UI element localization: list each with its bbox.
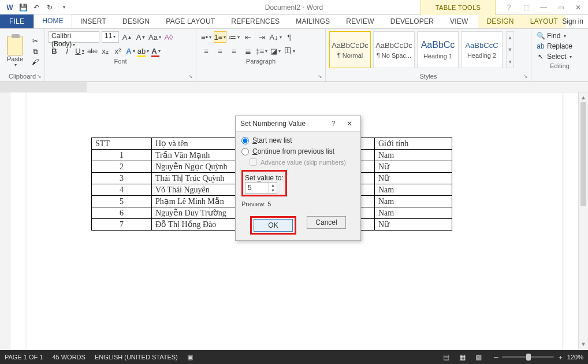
line-spacing-icon[interactable]: ‡≡ <box>255 45 268 57</box>
select-button[interactable]: ↖Select <box>535 52 585 61</box>
qat-customize-icon[interactable] <box>60 1 67 14</box>
tab-review[interactable]: REVIEW <box>338 15 382 28</box>
align-right-icon[interactable]: ≡ <box>228 45 240 57</box>
text-effects-icon[interactable]: A <box>125 45 136 57</box>
grow-font-icon[interactable]: A▲ <box>121 31 133 43</box>
align-left-icon[interactable]: ≡ <box>200 45 213 57</box>
tab-file[interactable]: FILE <box>0 14 34 28</box>
font-size-combo[interactable]: 11 <box>102 31 119 43</box>
tab-home[interactable]: HOME <box>34 14 72 28</box>
tab-page-layout[interactable]: PAGE LAYOUT <box>158 15 223 28</box>
save-icon[interactable]: 💾 <box>17 1 29 14</box>
col-stt-header[interactable]: STT <box>92 138 152 150</box>
view-read-icon[interactable]: ▤ <box>440 352 452 362</box>
tab-references[interactable]: REFERENCES <box>223 15 288 28</box>
strikethrough-button[interactable]: abc <box>87 45 98 57</box>
dialog-help-icon[interactable]: ? <box>327 120 340 128</box>
subscript-button[interactable]: x₂ <box>99 45 111 57</box>
font-color-icon[interactable]: A <box>150 45 162 57</box>
tab-developer[interactable]: DEVELOPER <box>382 15 442 28</box>
zoom-slider[interactable] <box>502 356 554 358</box>
radio-continue-list-input[interactable] <box>241 148 249 155</box>
styles-launcher-icon[interactable]: ↘ <box>522 73 530 80</box>
sign-in-link[interactable]: Sign in <box>562 17 583 25</box>
find-button[interactable]: 🔍Find <box>535 31 585 40</box>
set-value-field[interactable]: 5 <box>245 184 269 192</box>
font-name-combo[interactable]: Calibri (Body) <box>49 31 99 43</box>
zoom-in-icon[interactable]: ＋ <box>557 353 564 362</box>
col-sex-header[interactable]: Giới tính <box>375 138 452 150</box>
status-words[interactable]: 45 WORDS <box>52 354 85 361</box>
help-icon[interactable]: ? <box>501 0 516 15</box>
style-heading1[interactable]: AaBbCc Heading 1 <box>417 31 459 68</box>
styles-more-icon[interactable]: ▾ <box>507 55 513 68</box>
vertical-scrollbar[interactable]: ▲ ▼ <box>578 92 588 349</box>
style-no-spacing[interactable]: AaBbCcDc ¶ No Spac... <box>373 31 415 68</box>
shading-icon[interactable]: ◪ <box>269 45 282 57</box>
radio-start-new-list[interactable]: Start new list <box>241 136 355 144</box>
increase-indent-icon[interactable]: ⇥ <box>255 31 268 43</box>
close-icon[interactable]: ✕ <box>571 0 586 15</box>
spinner-up-icon[interactable]: ▲ <box>269 183 277 188</box>
horizontal-ruler[interactable] <box>0 82 588 92</box>
dialog-titlebar[interactable]: Set Numbering Value ? ✕ <box>236 116 360 132</box>
tab-table-layout[interactable]: LAYOUT <box>522 15 566 28</box>
minimize-icon[interactable]: — <box>536 0 551 15</box>
change-case-icon[interactable]: Aa <box>149 31 161 43</box>
zoom-out-icon[interactable]: ─ <box>494 354 498 361</box>
shrink-font-icon[interactable]: A▼ <box>135 31 147 43</box>
align-center-icon[interactable]: ≡ <box>214 45 226 57</box>
borders-icon[interactable]: 田 <box>283 45 296 57</box>
vertical-ruler[interactable] <box>0 92 10 349</box>
bullets-icon[interactable]: ≡• <box>200 31 213 43</box>
justify-icon[interactable]: ≣ <box>241 45 254 57</box>
scroll-up-icon[interactable]: ▲ <box>579 92 588 102</box>
decrease-indent-icon[interactable]: ⇤ <box>241 31 254 43</box>
styles-scroll-down-icon[interactable]: ▼ <box>507 44 513 56</box>
font-launcher-icon[interactable]: ↘ <box>187 73 195 80</box>
repeat-icon[interactable]: ↻ <box>43 1 56 14</box>
dialog-close-icon[interactable]: ✕ <box>343 120 356 128</box>
tab-insert[interactable]: INSERT <box>72 15 114 28</box>
numbering-icon[interactable]: 1≡ <box>214 31 226 43</box>
cancel-button[interactable]: Cancel <box>307 216 346 229</box>
style-normal[interactable]: AaBbCcDc ¶ Normal <box>329 31 371 68</box>
undo-icon[interactable]: ↶ <box>30 1 43 14</box>
tab-mailings[interactable]: MAILINGS <box>288 15 338 28</box>
scroll-thumb[interactable] <box>580 102 586 206</box>
show-marks-icon[interactable]: ¶ <box>283 31 296 43</box>
highlight-color-icon[interactable]: ab <box>137 45 149 57</box>
zoom-slider-thumb[interactable] <box>526 354 531 361</box>
sort-icon[interactable]: A↓ <box>269 31 282 43</box>
ok-button[interactable]: OK <box>254 219 293 232</box>
paste-button[interactable]: Paste <box>3 35 27 69</box>
ribbon-display-options-icon[interactable]: ⬚ <box>519 0 534 15</box>
replace-button[interactable]: abReplace <box>535 42 585 51</box>
copy-icon[interactable]: ⧉ <box>30 47 40 56</box>
radio-start-new-list-input[interactable] <box>241 137 249 144</box>
app-icon[interactable]: W <box>3 1 16 14</box>
tab-view[interactable]: VIEW <box>442 15 476 28</box>
clipboard-launcher-icon[interactable]: ↘ <box>35 73 43 80</box>
view-print-icon[interactable]: ▦ <box>456 352 468 362</box>
scroll-down-icon[interactable]: ▼ <box>579 339 588 349</box>
clear-formatting-icon[interactable]: A◊ <box>163 31 174 43</box>
style-heading2[interactable]: AaBbCcC Heading 2 <box>461 31 503 68</box>
multilevel-list-icon[interactable]: ≔ <box>228 31 240 43</box>
status-page[interactable]: PAGE 1 OF 1 <box>5 354 43 361</box>
bold-button[interactable]: B <box>49 45 60 57</box>
radio-continue-list[interactable]: Continue from previous list <box>241 147 355 155</box>
format-painter-icon[interactable]: 🖌 <box>30 57 40 66</box>
tab-table-design[interactable]: DESIGN <box>478 15 522 28</box>
spinner-down-icon[interactable]: ▼ <box>269 188 277 193</box>
styles-scroll-up-icon[interactable]: ▲ <box>507 32 513 44</box>
set-value-spinner[interactable]: 5 ▲ ▼ <box>245 182 277 194</box>
zoom-level[interactable]: 120% <box>567 354 583 361</box>
underline-button[interactable]: U <box>74 45 85 57</box>
italic-button[interactable]: I <box>61 45 73 57</box>
status-language[interactable]: ENGLISH (UNITED STATES) <box>95 354 178 361</box>
scroll-track[interactable] <box>579 102 588 339</box>
tab-design[interactable]: DESIGN <box>114 15 158 28</box>
view-web-icon[interactable]: ▩ <box>472 352 485 362</box>
superscript-button[interactable]: x² <box>112 45 124 57</box>
